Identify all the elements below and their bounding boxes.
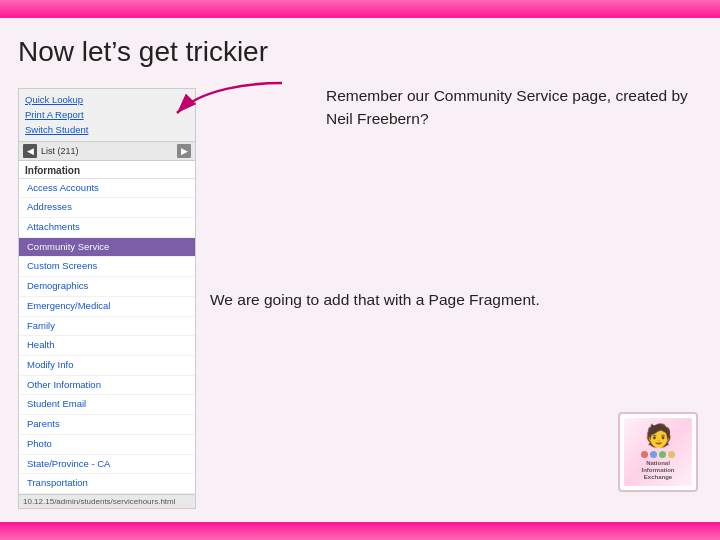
sidebar-menu-item[interactable]: Addresses	[19, 198, 195, 218]
sidebar-menu-item[interactable]: Emergency/Medical	[19, 297, 195, 317]
lower-callout-section: We are going to add that with a Page Fra…	[210, 288, 540, 311]
sidebar-menu-item[interactable]: Photo	[19, 435, 195, 455]
sidebar-menu-item[interactable]: Community Service	[19, 238, 195, 258]
nie-dot-3	[659, 451, 666, 458]
sidebar-menu-item[interactable]: Other Information	[19, 376, 195, 396]
page-title: Now let’s get trickier	[18, 36, 696, 68]
sidebar-nav-row: ◀ List (211) ▶	[19, 142, 195, 161]
sidebar-url: 10.12.15/admin/students/servicehours.htm…	[19, 494, 195, 508]
nie-logo-inner: 🧑 NationalInformationExchange	[624, 418, 692, 486]
nie-logo: 🧑 NationalInformationExchange	[618, 412, 698, 492]
nie-logo-text: NationalInformationExchange	[642, 460, 675, 482]
sidebar-menu-item[interactable]: Modify Info	[19, 356, 195, 376]
upper-callout-text: Remember our Community Service page, cre…	[326, 84, 696, 131]
sidebar-menu-item[interactable]: Parents	[19, 415, 195, 435]
list-label: List (211)	[41, 146, 79, 156]
sidebar-top-buttons: Quick Lookup Print A Report Switch Stude…	[19, 89, 195, 142]
nie-dot-1	[641, 451, 648, 458]
sidebar-menu-item[interactable]: Family	[19, 317, 195, 337]
nie-dot-4	[668, 451, 675, 458]
sidebar-menu-item[interactable]: Health	[19, 336, 195, 356]
nie-dots	[641, 451, 675, 458]
next-arrow-icon[interactable]: ▶	[177, 144, 191, 158]
sidebar-mockup: Quick Lookup Print A Report Switch Stude…	[18, 88, 196, 509]
sidebar-section-header: Information	[19, 161, 195, 179]
sidebar-menu-item[interactable]: State/Province - CA	[19, 455, 195, 475]
nie-dot-2	[650, 451, 657, 458]
bottom-decorative-bar	[0, 522, 720, 540]
lower-callout-text: We are going to add that with a Page Fra…	[210, 288, 540, 311]
sidebar-menu-item[interactable]: Transportation	[19, 474, 195, 494]
nie-figure-icon: 🧑	[645, 423, 672, 449]
main-content: Now let’s get trickier Quick Lookup Prin…	[0, 18, 720, 522]
sidebar-menu-item[interactable]: Access Accounts	[19, 179, 195, 199]
sidebar-menu-item[interactable]: Custom Screens	[19, 257, 195, 277]
sidebar-menu-item[interactable]: Student Email	[19, 395, 195, 415]
switch-student-link[interactable]: Switch Student	[25, 122, 189, 137]
prev-arrow-icon[interactable]: ◀	[23, 144, 37, 158]
sidebar-menu: Access AccountsAddressesAttachmentsCommu…	[19, 179, 195, 495]
top-decorative-bar	[0, 0, 720, 18]
print-report-link[interactable]: Print A Report	[25, 107, 189, 122]
upper-callout: Remember our Community Service page, cre…	[196, 84, 696, 141]
sidebar-menu-item[interactable]: Demographics	[19, 277, 195, 297]
sidebar-menu-item[interactable]: Attachments	[19, 218, 195, 238]
quick-lookup-link[interactable]: Quick Lookup	[25, 92, 189, 107]
